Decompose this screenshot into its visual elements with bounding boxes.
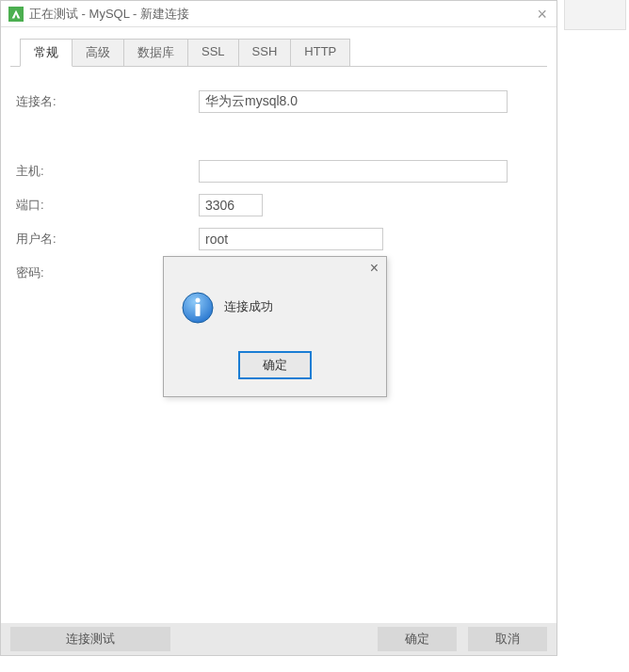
app-icon — [8, 7, 24, 22]
tab-ssl[interactable]: SSL — [187, 39, 239, 66]
modal-close-icon[interactable]: × — [370, 260, 379, 277]
side-strip — [564, 0, 626, 30]
tab-http[interactable]: HTTP — [290, 39, 350, 66]
host-label: 主机: — [10, 163, 199, 180]
tab-advanced[interactable]: 高级 — [72, 39, 124, 66]
window-title: 正在测试 - MySQL - 新建连接 — [29, 6, 189, 23]
connection-name-label: 连接名: — [10, 93, 199, 110]
port-input[interactable] — [199, 194, 263, 216]
test-connection-button[interactable]: 连接测试 — [10, 627, 170, 651]
svg-point-1 — [196, 298, 201, 303]
info-icon — [181, 291, 215, 325]
tab-panel-general: 连接名: 主机: 端口: 用户名: 密码: — [10, 66, 547, 285]
modal-titlebar: × — [164, 257, 386, 280]
port-label: 端口: — [10, 197, 199, 214]
message-dialog: × 连接成功 确定 — [163, 256, 387, 397]
tab-ssh[interactable]: SSH — [238, 39, 292, 66]
username-input[interactable] — [199, 228, 383, 250]
host-input[interactable] — [199, 160, 508, 183]
tab-database[interactable]: 数据库 — [123, 39, 188, 66]
tab-strip: 常规 高级 数据库 SSL SSH HTTP — [20, 39, 547, 66]
ok-button[interactable]: 确定 — [378, 627, 457, 651]
svg-rect-2 — [196, 304, 201, 316]
modal-ok-button[interactable]: 确定 — [238, 351, 312, 379]
footer-bar: 连接测试 确定 取消 — [1, 623, 556, 655]
connection-name-input[interactable] — [199, 90, 508, 113]
titlebar: 正在测试 - MySQL - 新建连接 × — [1, 1, 556, 27]
username-label: 用户名: — [10, 231, 199, 248]
tab-general[interactable]: 常规 — [20, 39, 73, 67]
connection-dialog: 正在测试 - MySQL - 新建连接 × 常规 高级 数据库 SSL SSH … — [0, 0, 557, 656]
close-icon[interactable]: × — [537, 5, 547, 24]
cancel-button[interactable]: 取消 — [468, 627, 547, 651]
modal-message: 连接成功 — [224, 291, 273, 315]
